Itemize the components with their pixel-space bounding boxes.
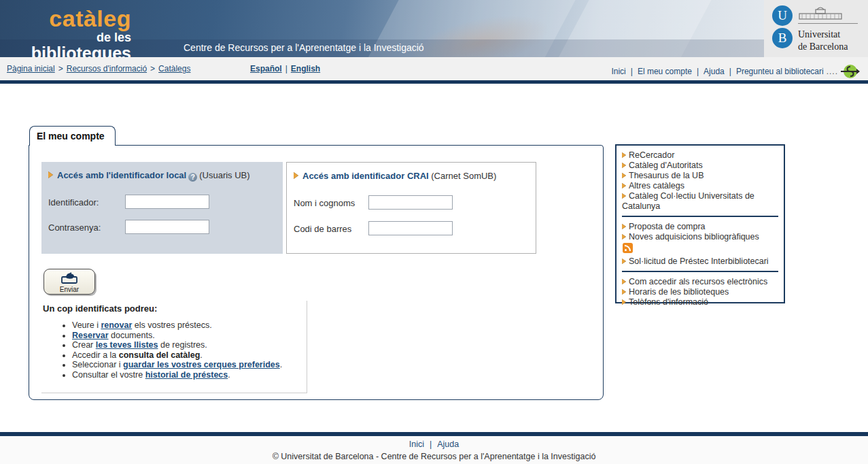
codi-barres-row: Codi de barres bbox=[294, 224, 351, 234]
banner-subtitle: Centre de Recursos per a l'Aprenentatge … bbox=[184, 42, 424, 53]
tab-el-meu-compte[interactable]: El meu compte bbox=[29, 126, 116, 146]
sidebar-divider bbox=[622, 216, 778, 217]
breadcrumb-separator: > bbox=[58, 64, 63, 73]
breadcrumb: Pàgina inicial>Recursos d'informació>Cat… bbox=[5, 64, 192, 73]
benefit-text: documents. bbox=[109, 331, 155, 340]
benefits-section: Un cop identificats podreu: Veure i reno… bbox=[41, 301, 307, 393]
utility-divider: | bbox=[697, 67, 699, 76]
benefit-text: Consultar el vostre bbox=[72, 370, 145, 380]
university-building-icon bbox=[798, 5, 846, 22]
benefit-text: Crear bbox=[72, 340, 96, 350]
footer-links: Inici|Ajuda bbox=[0, 440, 868, 449]
footer-ajuda-link[interactable]: Ajuda bbox=[437, 440, 459, 449]
cataleg-autoritats-link[interactable]: Catàleg d'Autoritats bbox=[629, 161, 703, 170]
codi-barres-input[interactable] bbox=[368, 221, 453, 235]
horaris-link[interactable]: Horaris de les biblioteques bbox=[629, 287, 729, 297]
breadcrumb-separator: > bbox=[150, 64, 155, 73]
benefit-text: . bbox=[280, 360, 282, 369]
reservar-link[interactable]: Reservar bbox=[72, 331, 109, 340]
noves-adquisicions-link[interactable]: Noves adquisicions bibliogràfiques bbox=[629, 232, 759, 242]
utility-inici-link[interactable]: Inici bbox=[611, 67, 625, 76]
utility-pregunteu-link[interactable]: Pregunteu al bibliotecari bbox=[736, 67, 824, 76]
consulta-cataleg-bold: consulta del catàleg bbox=[119, 350, 200, 360]
university-name-line1: Universitat bbox=[798, 29, 848, 41]
language-divider: | bbox=[285, 64, 288, 73]
sidebar-item-telefons: Telèfons d'informació bbox=[622, 297, 778, 308]
triangle-bullet-icon bbox=[622, 152, 626, 158]
pregunteu-dots: .... bbox=[827, 67, 838, 76]
rss-feed-icon[interactable] bbox=[623, 243, 633, 253]
footer-inici-link[interactable]: Inici bbox=[409, 440, 424, 449]
proposta-compra-link[interactable]: Proposta de compra bbox=[629, 222, 706, 231]
enviar-button-label: Enviar bbox=[44, 286, 94, 293]
benefit-item: Crear les teves llistes de registres. bbox=[72, 340, 307, 350]
utility-divider: | bbox=[729, 67, 731, 76]
crai-login-heading: Accés amb identificador CRAI (Carnet Som… bbox=[294, 171, 496, 181]
prestec-interbibliotecari-link[interactable]: Sol·licitud de Préstec Interbibliotecari bbox=[629, 256, 769, 266]
thesaurus-link[interactable]: Thesaurus de la UB bbox=[629, 171, 704, 180]
tab-join-mask bbox=[30, 144, 115, 146]
utility-nav: Inici| El meu compte| Ajuda| Pregunteu a… bbox=[611, 63, 860, 80]
nom-cognoms-input[interactable] bbox=[368, 195, 453, 210]
renovar-link[interactable]: renovar bbox=[101, 320, 132, 330]
benefit-item: Veure i renovar els vostres préstecs. bbox=[72, 320, 307, 331]
breadcrumb-recursos-link[interactable]: Recursos d'informació bbox=[67, 64, 147, 73]
pregunteu-al-bibliotecari-icon[interactable] bbox=[839, 63, 860, 80]
login-panel: Accés amb l'identificador local?(Usuaris… bbox=[29, 145, 604, 400]
utility-compte-link[interactable]: El meu compte bbox=[638, 67, 692, 76]
local-login-heading: Accés amb l'identificador local?(Usuaris… bbox=[48, 170, 250, 182]
sidebar-item-horaris: Horaris de les biblioteques bbox=[622, 287, 778, 297]
footer-divider: | bbox=[430, 440, 432, 449]
hand-press-icon bbox=[59, 271, 80, 284]
benefit-text: Seleccionar i bbox=[72, 360, 123, 369]
navy-divider-bar bbox=[0, 80, 868, 84]
contrasenya-row: Contrasenya: bbox=[48, 222, 101, 233]
sidebar-item-adquisicions: Noves adquisicions bibliogràfiques bbox=[622, 232, 778, 242]
logo-divider-line bbox=[798, 23, 858, 24]
triangle-bullet-icon bbox=[622, 193, 626, 199]
header-banner: catàleg de les biblioteques Centre de Re… bbox=[0, 0, 764, 57]
utility-ajuda-link[interactable]: Ajuda bbox=[704, 67, 725, 76]
university-name-line2: de Barcelona bbox=[798, 41, 848, 53]
benefit-text: Veure i bbox=[72, 320, 101, 330]
benefit-item: Accedir a la consulta del catàleg. bbox=[72, 350, 307, 361]
identificador-input[interactable] bbox=[125, 195, 209, 209]
triangle-bullet-icon bbox=[622, 183, 626, 188]
ub-logo[interactable]: U B Universitat de Barcelona bbox=[764, 0, 868, 57]
breadcrumb-home-link[interactable]: Pàgina inicial bbox=[7, 64, 55, 73]
recercador-link[interactable]: ReCercador bbox=[629, 150, 674, 160]
university-name: Universitat de Barcelona bbox=[798, 29, 848, 52]
benefit-item: Reservar documents. bbox=[72, 331, 307, 341]
benefit-item: Seleccionar i guardar les vostres cerque… bbox=[72, 360, 307, 370]
local-login-section: Accés amb l'identificador local?(Usuaris… bbox=[41, 162, 283, 254]
les-teves-llistes-link[interactable]: les teves llistes bbox=[96, 340, 158, 350]
sidebar-item-autoritats: Catàleg d'Autoritats bbox=[622, 161, 778, 171]
breadcrumb-bar: Pàgina inicial>Recursos d'informació>Cat… bbox=[0, 57, 868, 80]
benefit-text: els vostres préstecs. bbox=[132, 320, 211, 330]
utility-divider: | bbox=[631, 67, 633, 76]
breadcrumb-catalegs-link[interactable]: Catàlegs bbox=[158, 64, 190, 73]
benefit-text: Accedir a la bbox=[72, 350, 119, 360]
language-switcher: Español|English bbox=[250, 64, 320, 73]
copyright-text: © Universitat de Barcelona - Centre de R… bbox=[0, 452, 868, 461]
wordmark-line3: biblioteques bbox=[12, 45, 131, 57]
site-wordmark: catàleg de les biblioteques bbox=[12, 7, 131, 57]
recursos-electronics-link[interactable]: Com accedir als recursos electrònics bbox=[629, 277, 767, 286]
identificador-row: Identificador: bbox=[48, 197, 99, 208]
language-english-link[interactable]: English bbox=[291, 64, 320, 73]
help-question-icon[interactable]: ? bbox=[188, 173, 197, 182]
sidebar-item-altres: Altres catàlegs bbox=[622, 181, 778, 191]
sidebar-item-recercador: ReCercador bbox=[622, 150, 778, 161]
sidebar-item-rss bbox=[622, 242, 778, 256]
guardar-cerques-link[interactable]: guardar les vostres cerques preferides bbox=[123, 360, 280, 369]
enviar-button[interactable]: Enviar bbox=[44, 269, 95, 295]
contrasenya-input[interactable] bbox=[125, 220, 209, 234]
sidebar-item-prestec-inter: Sol·licitud de Préstec Interbibliotecari bbox=[622, 256, 778, 267]
sidebar-divider bbox=[622, 271, 778, 272]
language-espanol-link[interactable]: Español bbox=[250, 64, 282, 73]
cataleg-collectiu-link[interactable]: Catàleg Col·lectiu Universitats de Catal… bbox=[622, 191, 754, 211]
benefit-text: . bbox=[228, 370, 230, 380]
historial-prestecs-link[interactable]: historial de préstecs bbox=[145, 370, 228, 380]
altres-catalegs-link[interactable]: Altres catàlegs bbox=[629, 181, 684, 190]
telefons-link[interactable]: Telèfons d'informació bbox=[629, 297, 708, 307]
